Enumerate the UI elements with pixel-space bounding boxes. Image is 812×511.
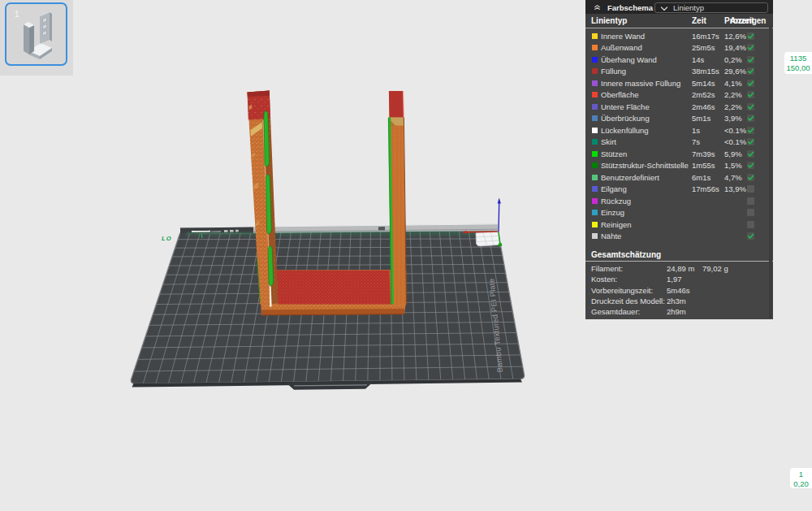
svg-text:LO: LO [162,235,172,242]
